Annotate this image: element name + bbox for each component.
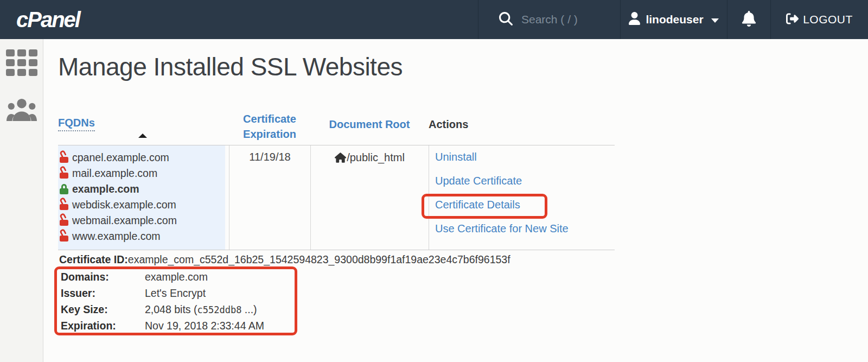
fqdn-item: cpanel.example.com [60,150,229,166]
search-icon [499,12,513,28]
left-sidebar [0,39,43,362]
table-header-row: FQDNs Certificate Expiration Document Ro… [58,110,615,145]
key-id-mono: c552ddb8 [197,304,241,315]
main-content: Manage Installed SSL Websites FQDNs Cert… [43,39,868,362]
user-menu-button[interactable]: linodeuser [620,0,727,39]
expiration-date: 11/19/18 [249,151,290,163]
certificate-id-line: Certificate ID:example_com_c552d_16b25_1… [59,253,510,266]
issuer-label: Issuer: [61,287,145,300]
document-root-value: /public_html [347,151,405,164]
open-lock-icon [60,231,68,242]
home-icon [335,151,346,166]
caret-down-icon [711,18,719,23]
certificate-expiration-cell: 11/19/18 [229,145,310,250]
fqdn-label: webmail.example.com [72,214,177,227]
sort-ascending-icon [138,134,147,138]
fqdn-label: www.example.com [72,230,161,243]
use-certificate-for-new-site-link[interactable]: Use Certificate for New Site [435,222,615,235]
user-manager-icon [7,98,37,123]
document-root-cell: /public_html [310,145,429,250]
fqdns-cell: cpanel.example.com mail.example.com exam… [58,145,229,250]
sidebar-item-user-manager[interactable] [0,94,43,127]
fqdn-item: webdisk.example.com [60,197,229,213]
fqdn-item: mail.example.com [60,166,229,181]
fqdn-item: example.com [60,181,229,197]
open-lock-icon [60,168,68,179]
document-root-column-header[interactable]: Document Root [329,118,410,130]
actions-cell: Uninstall Update Certificate Certificate… [429,145,615,250]
open-lock-icon [60,215,68,226]
certificate-details-link[interactable]: Certificate Details [435,198,615,211]
fqdn-item: webmail.example.com [60,213,229,228]
logout-icon [786,12,799,27]
domains-label: Domains: [61,271,145,283]
certificate-id-label: Certificate ID: [59,253,128,265]
logout-button[interactable]: LOGOUT [770,0,868,39]
detail-row-expiration: Expiration: Nov 19, 2018 2:33:44 AM [61,317,264,334]
cpanel-app: cPanel Search ( / ) linodeuser [0,0,868,362]
bell-icon [742,11,756,29]
certificate-details-summary: Domains: example.com Issuer: Let's Encry… [61,269,264,334]
closed-lock-icon [60,184,68,194]
search-input[interactable]: Search ( / ) [478,0,620,39]
issuer-value: Let's Encrypt [145,287,206,300]
fqdn-label: mail.example.com [72,167,157,180]
fqdn-label: webdisk.example.com [72,199,176,211]
sidebar-item-apps[interactable] [0,43,43,81]
table-row: cpanel.example.com mail.example.com exam… [58,145,615,250]
key-size-value: 2,048 bits (c552ddb8 ...) [145,303,257,316]
expiration-label: Expiration: [61,320,145,332]
detail-row-issuer: Issuer: Let's Encrypt [61,285,264,302]
update-certificate-link[interactable]: Update Certificate [435,174,615,187]
username-label: linodeuser [646,13,703,26]
ssl-websites-table: FQDNs Certificate Expiration Document Ro… [58,110,615,250]
open-lock-icon [60,200,68,210]
page-title: Manage Installed SSL Websites [58,52,403,81]
certificate-expiration-column-header[interactable]: Certificate Expiration [237,111,302,142]
certificate-id-value: example_com_c552d_16b25_1542594823_9300d… [128,253,510,265]
uninstall-link[interactable]: Uninstall [435,150,615,163]
search-placeholder: Search ( / ) [521,13,578,26]
fqdn-item: www.example.com [60,228,229,244]
top-navbar: cPanel Search ( / ) linodeuser [0,0,868,39]
open-lock-icon [60,153,68,163]
domains-value: example.com [145,271,208,283]
notifications-button[interactable] [727,0,770,39]
detail-row-domains: Domains: example.com [61,269,264,285]
detail-row-key-size: Key Size: 2,048 bits (c552ddb8 ...) [61,302,264,318]
user-icon [629,12,640,27]
apps-grid-icon [6,49,37,76]
key-size-label: Key Size: [61,303,145,316]
cpanel-logo[interactable]: cPanel [16,8,80,32]
fqdn-label: cpanel.example.com [72,151,169,164]
fqdns-column-header[interactable]: FQDNs [58,117,95,131]
expiration-value: Nov 19, 2018 2:33:44 AM [145,320,264,332]
logout-label: LOGOUT [803,13,853,26]
actions-column-header: Actions [429,110,615,145]
fqdn-label: example.com [72,183,139,195]
navbar-right: Search ( / ) linodeuser LOGOUT [478,0,868,39]
